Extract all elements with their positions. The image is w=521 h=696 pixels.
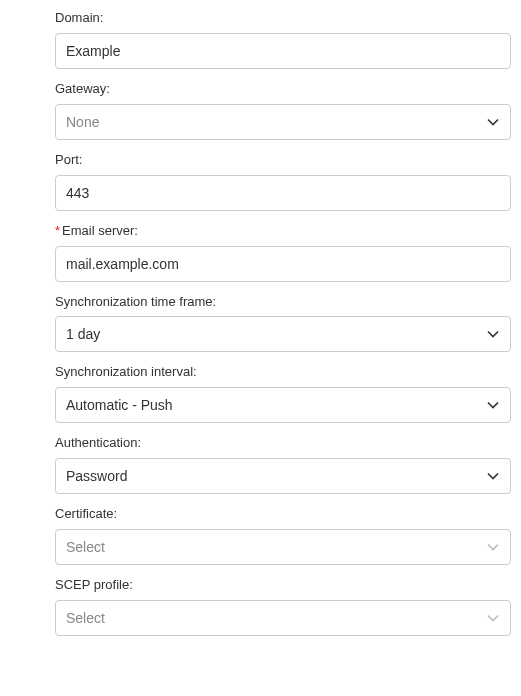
label-scep-profile: SCEP profile:: [55, 577, 511, 594]
label-port: Port:: [55, 152, 511, 169]
certificate-select-wrap: Select: [55, 529, 511, 565]
authentication-select-text: Password: [66, 468, 127, 484]
field-sync-timeframe: Synchronization time frame: 1 day: [55, 294, 511, 353]
scep-profile-select[interactable]: Select: [55, 600, 511, 636]
gateway-select-wrap: None: [55, 104, 511, 140]
scep-profile-select-text: Select: [66, 610, 105, 626]
port-input[interactable]: [55, 175, 511, 211]
field-gateway: Gateway: None: [55, 81, 511, 140]
sync-interval-select-text: Automatic - Push: [66, 397, 173, 413]
gateway-select-text: None: [66, 114, 99, 130]
field-email-server: *Email server:: [55, 223, 511, 282]
label-email-server-text: Email server:: [62, 223, 138, 238]
domain-input[interactable]: [55, 33, 511, 69]
sync-timeframe-select-text: 1 day: [66, 326, 100, 342]
sync-timeframe-select-wrap: 1 day: [55, 316, 511, 352]
field-authentication: Authentication: Password: [55, 435, 511, 494]
certificate-select-text: Select: [66, 539, 105, 555]
label-gateway: Gateway:: [55, 81, 511, 98]
sync-interval-select[interactable]: Automatic - Push: [55, 387, 511, 423]
label-domain: Domain:: [55, 10, 511, 27]
label-sync-timeframe: Synchronization time frame:: [55, 294, 511, 311]
required-star: *: [55, 223, 60, 238]
label-email-server: *Email server:: [55, 223, 511, 240]
label-sync-interval: Synchronization interval:: [55, 364, 511, 381]
field-sync-interval: Synchronization interval: Automatic - Pu…: [55, 364, 511, 423]
sync-interval-select-wrap: Automatic - Push: [55, 387, 511, 423]
field-port: Port:: [55, 152, 511, 211]
field-domain: Domain:: [55, 10, 511, 69]
gateway-select[interactable]: None: [55, 104, 511, 140]
settings-form: Domain: Gateway: None Port: *Email serve…: [0, 0, 521, 664]
scep-profile-select-wrap: Select: [55, 600, 511, 636]
field-scep-profile: SCEP profile: Select: [55, 577, 511, 636]
label-authentication: Authentication:: [55, 435, 511, 452]
email-server-input[interactable]: [55, 246, 511, 282]
label-certificate: Certificate:: [55, 506, 511, 523]
field-certificate: Certificate: Select: [55, 506, 511, 565]
sync-timeframe-select[interactable]: 1 day: [55, 316, 511, 352]
authentication-select[interactable]: Password: [55, 458, 511, 494]
certificate-select[interactable]: Select: [55, 529, 511, 565]
authentication-select-wrap: Password: [55, 458, 511, 494]
